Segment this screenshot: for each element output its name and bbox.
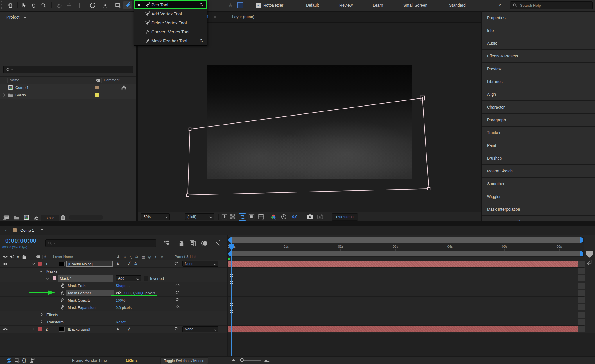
threed-column-icon[interactable]: ◇ xyxy=(161,255,163,259)
stopwatch-icon[interactable] xyxy=(60,283,65,288)
mask-expansion-row[interactable]: Mask Expansion 0,0 pixels xyxy=(0,304,228,311)
layer-visibility-eye-icon[interactable] xyxy=(3,327,8,331)
property-pickwhip-icon[interactable] xyxy=(175,291,180,295)
panel-tab-effects-presets[interactable]: Effects & Presets≡ xyxy=(482,50,595,62)
close-icon[interactable]: × xyxy=(5,228,7,233)
transform-reset-link[interactable]: Reset xyxy=(116,320,126,324)
resolution-dropdown[interactable]: (Half) xyxy=(185,213,214,220)
magnification-dropdown[interactable]: 50% xyxy=(141,213,170,220)
panel-tab-wiggler[interactable]: Wiggler xyxy=(482,190,595,203)
mask-inverted-checkbox[interactable] xyxy=(144,276,148,281)
panel-tab-motion-sketch[interactable]: Motion Sketch xyxy=(482,165,595,177)
zoom-tool-button[interactable] xyxy=(39,1,48,9)
disclosure-chevron-icon[interactable] xyxy=(2,94,5,97)
braces-icon[interactable]: { } xyxy=(22,358,26,363)
transform-group-row[interactable]: Transform Reset xyxy=(0,318,228,326)
layer-row-fractal-noise[interactable]: 1 [Fractal Noise] ♟ ╱ fx None xyxy=(0,260,228,268)
panel-tab-mask-interpolation[interactable]: Mask Interpolation xyxy=(482,203,595,215)
rotobezier-checkbox[interactable]: ✓ xyxy=(256,3,261,8)
panel-menu-icon[interactable]: ≡ xyxy=(41,228,43,233)
mask-opacity-row[interactable]: Mask Opacity 100% xyxy=(0,297,228,304)
menu-item-mask-feather-tool[interactable]: Mask Feather Tool G xyxy=(134,36,207,45)
transparency-grid-icon[interactable] xyxy=(230,214,236,219)
menu-item-delete-vertex-tool[interactable]: Delete Vertex Tool xyxy=(134,18,207,27)
stopwatch-icon[interactable] xyxy=(60,298,65,303)
adjustment-layer-column-icon[interactable]: ◑ xyxy=(155,255,157,259)
mask-feather-name-cell[interactable]: Mask Feather xyxy=(66,290,114,296)
group-expand-chevron[interactable] xyxy=(40,320,43,323)
layer-color-swatch[interactable] xyxy=(59,327,65,332)
timeline-search-input[interactable] xyxy=(57,241,154,246)
panel-tab-info[interactable]: Info xyxy=(482,24,595,37)
collapse-transforms-column-icon[interactable]: ☼ xyxy=(123,255,126,259)
mask-opacity-value[interactable]: 100% xyxy=(116,298,125,302)
index-column-header[interactable]: # xyxy=(44,255,46,259)
panel-menu-icon[interactable]: ≡ xyxy=(214,14,216,19)
dolly-camera-tool-button[interactable] xyxy=(75,1,84,9)
label-color-chip[interactable] xyxy=(95,86,99,89)
motion-blur-icon[interactable] xyxy=(200,240,208,247)
workspace-tab-standard[interactable]: Standard xyxy=(449,3,466,8)
fast-preview-icon[interactable] xyxy=(221,214,227,220)
hand-tool-button[interactable] xyxy=(29,1,38,9)
workspace-tab-default[interactable]: Default xyxy=(306,3,319,8)
zoom-out-mountain-icon[interactable] xyxy=(232,359,236,361)
project-row-comp1[interactable]: Comp 1 xyxy=(0,84,136,92)
layer-expand-chevron[interactable] xyxy=(32,262,35,265)
comp-button-quill-icon[interactable] xyxy=(586,260,593,265)
panel-tab-preview[interactable]: Preview xyxy=(482,63,595,75)
masks-group-row[interactable]: Masks xyxy=(0,268,228,275)
panel-tab-smoother[interactable]: Smoother xyxy=(482,178,595,190)
layer2-duration-bar[interactable] xyxy=(228,326,578,332)
parent-link-dropdown[interactable]: None xyxy=(182,326,218,332)
parent-pickwhip-icon[interactable] xyxy=(174,327,179,332)
fx-column-icon[interactable]: fx xyxy=(135,255,138,259)
zoom-in-mountain-icon[interactable] xyxy=(264,358,270,362)
label-color-chip[interactable] xyxy=(95,93,99,97)
layer-visibility-eye-icon[interactable] xyxy=(3,262,8,266)
home-button[interactable] xyxy=(6,1,15,9)
horizontal-scrollbar[interactable] xyxy=(69,215,103,220)
pen-tool-button[interactable] xyxy=(123,1,132,9)
mask-path-value[interactable]: Shape... xyxy=(116,284,130,288)
layer-expand-chevron[interactable] xyxy=(32,328,35,331)
region-of-interest-icon[interactable] xyxy=(248,214,255,220)
panel-tab-libraries[interactable]: Libraries xyxy=(482,75,595,88)
render-engine-icon[interactable] xyxy=(33,215,39,220)
roto-figure-icon[interactable] xyxy=(30,358,35,363)
shy-column-icon[interactable]: ♟ xyxy=(117,255,120,259)
snapshot-camera-icon[interactable] xyxy=(307,214,313,219)
comp-mini-flowchart-icon[interactable] xyxy=(163,240,170,246)
time-ruler[interactable]: 0:00s 01s 02s 03s 04s 05s 06s xyxy=(228,243,584,251)
layer-label-chip[interactable] xyxy=(38,262,42,266)
stopwatch-icon[interactable] xyxy=(60,305,65,310)
parent-pickwhip-icon[interactable] xyxy=(174,262,179,266)
mask-outline-overlay[interactable] xyxy=(138,22,481,211)
exposure-value[interactable]: +0,0 xyxy=(290,215,298,219)
mask-path-row[interactable]: Mask Path Shape... xyxy=(0,282,228,289)
pan-camera-tool-button[interactable] xyxy=(65,1,74,9)
playhead-line[interactable] xyxy=(231,237,232,356)
workspace-tab-learn[interactable]: Learn xyxy=(373,3,383,8)
property-pickwhip-icon[interactable] xyxy=(175,298,180,303)
timeline-zoom-slider[interactable] xyxy=(240,360,261,361)
timeline-tab-title[interactable]: Comp 1 xyxy=(20,228,34,233)
selection-tool-button[interactable] xyxy=(19,1,28,9)
channel-rgb-icon[interactable] xyxy=(270,214,277,220)
menu-item-convert-vertex-tool[interactable]: Convert Vertex Tool xyxy=(134,27,207,36)
comp-marker-bin-icon[interactable] xyxy=(586,251,593,258)
panel-tab-paint[interactable]: Paint xyxy=(482,139,595,152)
panel-menu-icon[interactable]: ≡ xyxy=(24,14,26,19)
flowchart-icon[interactable] xyxy=(121,85,126,90)
property-pickwhip-icon[interactable] xyxy=(175,305,180,310)
mask-expansion-value[interactable]: 0,0 pixels xyxy=(116,305,132,310)
quality-switch[interactable]: ╱ xyxy=(128,261,130,266)
frame-blending-icon[interactable] xyxy=(189,240,196,247)
search-options-chevron[interactable] xyxy=(11,69,13,71)
panel-tab-paragraph[interactable]: Paragraph xyxy=(482,114,595,126)
panel-tab-audio[interactable]: Audio xyxy=(482,37,595,49)
mask1-row[interactable]: Mask 1 Add Inverted xyxy=(0,275,228,282)
frame-blend-column-icon[interactable]: ▦ xyxy=(142,255,145,259)
stopwatch-icon[interactable] xyxy=(60,291,65,295)
panel-tab-properties[interactable]: Properties xyxy=(482,12,595,24)
